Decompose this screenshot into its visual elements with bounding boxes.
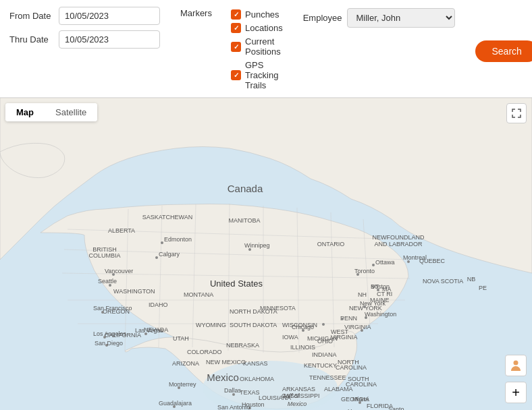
svg-text:TEXAS: TEXAS: [240, 389, 260, 396]
svg-text:NB: NB: [467, 276, 476, 283]
top-bar: From Date Thru Date Markers Punches Loca…: [0, 0, 532, 98]
svg-text:TENNESSEE: TENNESSEE: [309, 374, 346, 381]
checkbox-current-positions[interactable]: Current Positions: [231, 36, 283, 57]
svg-text:NEW MEXICO: NEW MEXICO: [206, 359, 246, 365]
svg-point-31: [161, 241, 163, 244]
svg-text:KENTUCKY: KENTUCKY: [304, 362, 337, 369]
svg-text:SASKATCHEWAN: SASKATCHEWAN: [142, 214, 193, 221]
svg-text:NOVA SCOTIA: NOVA SCOTIA: [423, 278, 463, 285]
svg-text:WASHINGTON: WASHINGTON: [113, 288, 155, 295]
svg-text:ARIZONA: ARIZONA: [172, 360, 199, 367]
tab-satellite[interactable]: Satellite: [45, 103, 97, 121]
checkbox-punches[interactable]: Punches: [231, 9, 283, 20]
svg-text:MINNESOTA: MINNESOTA: [260, 305, 296, 312]
svg-text:IOWA: IOWA: [282, 334, 298, 341]
markers-section: Markers Punches Locations Current Positi…: [180, 7, 283, 90]
svg-text:Montreal: Montreal: [403, 254, 427, 261]
svg-text:IDAHO: IDAHO: [149, 301, 168, 308]
checkbox-locations-icon: [231, 23, 241, 33]
svg-text:ALBERTA: ALBERTA: [108, 227, 135, 234]
svg-text:COLORADO: COLORADO: [187, 349, 222, 355]
svg-text:Miami: Miami: [352, 396, 369, 403]
checkbox-current-positions-label: Current Positions: [245, 36, 283, 57]
checkbox-locations[interactable]: Locations: [231, 23, 283, 33]
employee-section: Employee Miller, John: [303, 7, 456, 28]
employee-label: Employee: [303, 13, 342, 23]
svg-text:ONTARIO: ONTARIO: [317, 241, 344, 247]
svg-text:INDIANA: INDIANA: [312, 351, 337, 358]
checkbox-gps-trails[interactable]: GPS Tracking Trails: [231, 60, 283, 90]
tab-map[interactable]: Map: [5, 103, 45, 121]
svg-text:Monterrey: Monterrey: [169, 381, 196, 388]
map-tabs: Map Satellite: [5, 103, 97, 121]
map-container: Canada United States Mexico Gulf of Mexi…: [0, 98, 532, 410]
from-date-label: From Date: [9, 11, 53, 21]
svg-text:VIRGINIA: VIRGINIA: [331, 334, 358, 341]
svg-point-114: [341, 318, 344, 320]
svg-text:NH: NH: [358, 291, 367, 298]
person-button[interactable]: [505, 355, 527, 376]
svg-text:CAROLINA: CAROLINA: [346, 381, 377, 388]
zoom-in-button[interactable]: +: [505, 382, 527, 403]
svg-text:AND LABRADOR: AND LABRADOR: [374, 241, 423, 247]
svg-text:Toronto: Toronto: [354, 268, 375, 274]
svg-text:UTAH: UTAH: [173, 335, 189, 342]
fullscreen-button[interactable]: [506, 103, 527, 123]
svg-text:San Diego: San Diego: [95, 340, 123, 347]
checkbox-punches-label: Punches: [245, 9, 280, 20]
action-buttons: Search Reset: [475, 7, 532, 62]
svg-text:Washington: Washington: [365, 311, 396, 318]
svg-text:Mexico: Mexico: [288, 401, 307, 407]
checkbox-locations-label: Locations: [245, 23, 283, 33]
svg-text:NEWFOUNDLAND: NEWFOUNDLAND: [372, 234, 425, 241]
svg-text:Winnipeg: Winnipeg: [244, 242, 270, 249]
svg-text:COLUMBIA: COLUMBIA: [88, 252, 120, 259]
svg-text:OKLAHOMA: OKLAHOMA: [240, 376, 274, 382]
thru-date-input[interactable]: [59, 30, 160, 49]
svg-text:San Francisco: San Francisco: [93, 305, 132, 312]
checkbox-gps-trails-icon: [231, 70, 241, 80]
svg-text:Guadalajara: Guadalajara: [159, 400, 192, 407]
svg-text:Edmonton: Edmonton: [164, 236, 192, 243]
svg-text:Los Angeles: Los Angeles: [93, 330, 127, 337]
svg-text:Chicago: Chicago: [292, 324, 314, 330]
svg-text:Seattle: Seattle: [98, 278, 117, 285]
svg-text:NEBRASKA: NEBRASKA: [226, 342, 259, 349]
date-fields: From Date Thru Date: [9, 7, 160, 49]
svg-point-37: [372, 264, 375, 266]
checkbox-gps-trails-label: GPS Tracking Trails: [245, 60, 283, 90]
svg-text:Boston: Boston: [371, 283, 390, 290]
thru-date-label: Thru Date: [9, 34, 53, 45]
svg-point-132: [514, 361, 518, 365]
markers-checkboxes: Punches Locations Current Positions GPS …: [231, 8, 283, 90]
from-date-input[interactable]: [59, 7, 160, 25]
search-button[interactable]: Search: [475, 40, 532, 62]
svg-text:Ottawa: Ottawa: [375, 259, 395, 266]
svg-text:Santo: Santo: [388, 406, 404, 410]
svg-text:KANSAS: KANSAS: [243, 360, 268, 367]
svg-text:VIRGINIA: VIRGINIA: [344, 324, 371, 330]
svg-text:Calgary: Calgary: [159, 251, 180, 258]
svg-text:ILLINOIS: ILLINOIS: [290, 344, 315, 351]
svg-text:ARKANSAS: ARKANSAS: [282, 386, 315, 392]
svg-point-116: [361, 329, 363, 332]
svg-text:Dallas: Dallas: [224, 387, 242, 394]
svg-text:MONTANA: MONTANA: [184, 291, 213, 298]
svg-point-115: [322, 323, 325, 326]
svg-text:Canada: Canada: [228, 183, 263, 194]
svg-text:MANITOBA: MANITOBA: [229, 217, 261, 224]
svg-text:Las Vegas: Las Vegas: [135, 327, 164, 334]
markers-label: Markers: [180, 8, 224, 18]
svg-text:Mexico: Mexico: [207, 372, 239, 383]
svg-text:United States: United States: [210, 279, 263, 289]
svg-text:Vancouver: Vancouver: [105, 268, 133, 274]
svg-text:SOUTH DAKOTA: SOUTH DAKOTA: [230, 322, 277, 328]
svg-text:LOUISIANA: LOUISIANA: [259, 394, 291, 401]
svg-text:PE: PE: [479, 285, 487, 291]
checkbox-punches-icon: [231, 9, 241, 20]
svg-text:WYOMING: WYOMING: [196, 322, 226, 328]
checkbox-current-positions-icon: [231, 42, 241, 52]
employee-select[interactable]: Miller, John: [347, 8, 455, 28]
svg-text:San Antonio: San Antonio: [217, 404, 250, 410]
svg-text:CAROLINA: CAROLINA: [336, 364, 367, 371]
